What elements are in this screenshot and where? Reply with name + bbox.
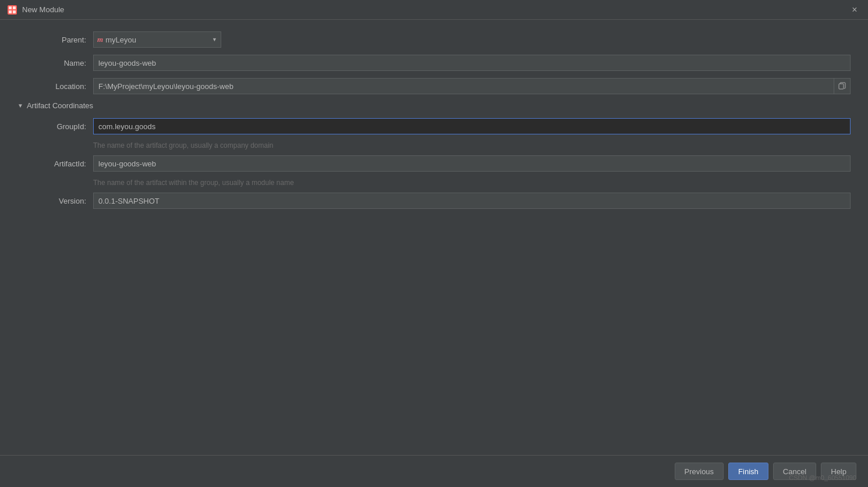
parent-value: myLeyou: [105, 35, 217, 44]
close-button[interactable]: ×: [848, 3, 861, 16]
location-input[interactable]: [93, 78, 834, 94]
previous-button[interactable]: Previous: [675, 463, 724, 480]
svg-rect-2: [13, 6, 16, 9]
groupid-input[interactable]: [93, 118, 851, 134]
name-input[interactable]: [93, 55, 851, 71]
version-input[interactable]: [93, 193, 851, 209]
version-label: Version:: [17, 197, 93, 205]
parent-m-icon: m: [97, 35, 103, 44]
artifactid-row: ArtifactId:: [17, 155, 851, 172]
parent-dropdown[interactable]: m myLeyou ▼: [93, 31, 221, 48]
groupid-hint: The name of the artifact group, usually …: [93, 141, 851, 150]
artifactid-input[interactable]: [93, 155, 851, 172]
dialog-title: New Module: [22, 5, 64, 14]
app-icon: [7, 5, 17, 15]
location-row: Location:: [17, 78, 851, 94]
svg-rect-1: [9, 6, 12, 9]
title-bar: New Module ×: [0, 0, 868, 20]
version-row: Version:: [17, 193, 851, 209]
name-label: Name:: [17, 59, 93, 67]
finish-button[interactable]: Finish: [728, 463, 768, 480]
parent-label: Parent:: [17, 35, 93, 44]
section-toggle-icon[interactable]: ▼: [17, 102, 23, 109]
location-wrapper: [93, 78, 851, 94]
title-bar-left: New Module: [7, 5, 64, 15]
location-label: Location:: [17, 82, 93, 91]
artifact-section-title: Artifact Coordinates: [27, 101, 93, 110]
svg-rect-5: [839, 84, 844, 89]
dialog-content: Parent: m myLeyou ▼ Name: Location:: [0, 20, 868, 455]
artifactid-label: ArtifactId:: [17, 159, 93, 168]
watermark: CSDN @m0_60551090: [789, 474, 856, 481]
dropdown-arrow-icon: ▼: [212, 37, 217, 42]
artifactid-hint: The name of the artifact within the grou…: [93, 179, 851, 187]
browse-button[interactable]: [834, 78, 851, 94]
button-row: Previous Finish Cancel Help: [0, 455, 868, 487]
groupid-row: GroupId:: [17, 118, 851, 134]
svg-rect-3: [9, 10, 12, 13]
groupid-label: GroupId:: [17, 122, 93, 131]
svg-rect-4: [13, 10, 16, 13]
parent-row: Parent: m myLeyou ▼: [17, 31, 851, 48]
new-module-dialog: New Module × Parent: m myLeyou ▼ Name: L…: [0, 0, 868, 487]
artifact-section-header: ▼ Artifact Coordinates: [17, 101, 851, 110]
name-row: Name:: [17, 55, 851, 71]
